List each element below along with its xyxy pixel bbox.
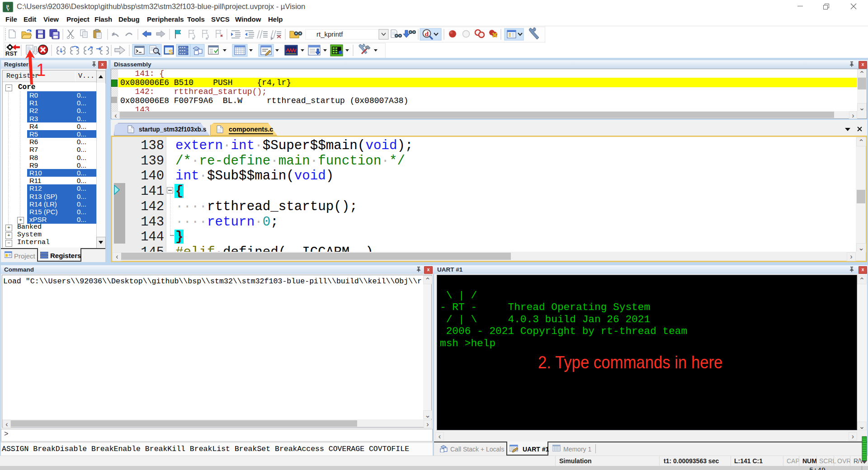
svg-text:V: V (7, 7, 10, 12)
svg-text:d: d (425, 30, 429, 38)
svg-text:rt_kprintf: rt_kprintf (316, 30, 343, 38)
svg-text:S: S (169, 48, 173, 56)
svg-text:RST: RST (5, 50, 17, 57)
